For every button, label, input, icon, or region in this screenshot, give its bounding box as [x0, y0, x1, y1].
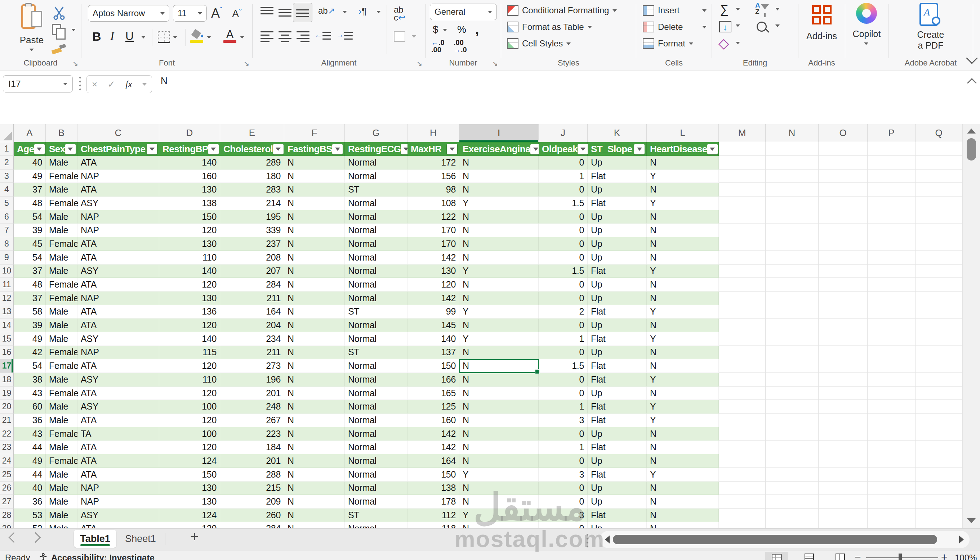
cell-H22[interactable]: 142 [408, 427, 459, 441]
cell-B5[interactable]: Female [46, 197, 77, 210]
font-size-select[interactable]: 11 [173, 5, 207, 22]
cell-I25[interactable]: Y [459, 468, 538, 482]
cell-C17[interactable]: ATA [77, 359, 159, 373]
cell-B27[interactable]: Male [46, 495, 77, 508]
sort-filter-button[interactable]: AZ [755, 2, 769, 15]
cell-J18[interactable]: 0 [538, 373, 588, 387]
cell-Q5[interactable] [915, 197, 962, 210]
cell-K28[interactable]: Flat [588, 508, 647, 522]
cell-C4[interactable]: ATA [77, 183, 159, 197]
borders-button[interactable] [158, 31, 170, 43]
cell-C9[interactable]: ATA [77, 251, 159, 265]
cell-L6[interactable]: N [647, 210, 719, 224]
cell-B18[interactable]: Male [46, 373, 77, 387]
cell-Q21[interactable] [915, 413, 962, 427]
cell-K15[interactable]: Flat [588, 332, 647, 346]
cell-C6[interactable]: NAP [77, 210, 159, 224]
fill-color-chevron-icon[interactable] [207, 36, 211, 38]
cell-A27[interactable]: 36 [14, 495, 46, 508]
cell-M4[interactable] [719, 183, 766, 197]
cell-P23[interactable] [868, 440, 915, 454]
cell-O8[interactable] [819, 237, 868, 251]
cell-F22[interactable]: N [284, 427, 345, 441]
cell-P17[interactable] [868, 359, 915, 373]
view-normal-button[interactable] [765, 552, 788, 560]
accessibility-status[interactable]: Accessibility: Investigate [51, 553, 155, 560]
cell-A28[interactable]: 53 [14, 508, 46, 522]
scrollbar-drag-handle[interactable] [587, 534, 589, 535]
cell-I11[interactable]: N [459, 278, 538, 292]
cell-G23[interactable]: Normal [345, 440, 408, 454]
cell-K5[interactable]: Flat [588, 197, 647, 210]
cell-G21[interactable]: Normal [345, 413, 408, 427]
cell-H9[interactable]: 142 [408, 251, 459, 265]
cell-A12[interactable]: 37 [14, 292, 46, 305]
decrease-font-size-button[interactable]: Aˇ [232, 8, 242, 20]
cell-L19[interactable]: N [647, 387, 719, 400]
insert-cells-button[interactable]: Insert [643, 2, 707, 19]
cell-D13[interactable]: 136 [159, 305, 220, 319]
cell-M26[interactable] [719, 482, 766, 495]
cell-K14[interactable]: Up [588, 318, 647, 332]
currency-chevron-icon[interactable] [443, 29, 447, 31]
cell-J10[interactable]: 1.5 [538, 265, 588, 278]
cell-G2[interactable]: Normal [345, 156, 408, 170]
row-header-4[interactable]: 4 [0, 183, 14, 197]
cell-N3[interactable] [766, 170, 819, 183]
cell-N11[interactable] [766, 278, 819, 292]
cell-K23[interactable]: Flat [588, 440, 647, 454]
cell-M8[interactable] [719, 237, 766, 251]
cell-G10[interactable]: Normal [345, 265, 408, 278]
header-cell-J1[interactable]: Oldpeak [538, 142, 588, 156]
zoom-slider-thumb[interactable] [898, 553, 902, 560]
cell-Q20[interactable] [915, 400, 962, 413]
cell-F27[interactable]: N [284, 495, 345, 508]
header-cell-G1[interactable]: RestingECG [345, 142, 408, 156]
header-cell-H1[interactable]: MaxHR [408, 142, 459, 156]
row-header-19[interactable]: 19 [0, 387, 14, 400]
cell-O15[interactable] [819, 332, 868, 346]
cell-F3[interactable]: N [284, 170, 345, 183]
cell-styles-button[interactable]: Cell Styles [507, 35, 571, 52]
row-header-17[interactable]: 17 [0, 359, 14, 373]
cell-A2[interactable]: 40 [14, 156, 46, 170]
cell-K29[interactable]: Up [588, 522, 647, 528]
collapse-formula-bar-icon[interactable] [967, 78, 977, 88]
cell-O5[interactable] [819, 197, 868, 210]
cell-I29[interactable]: N [459, 522, 538, 528]
tab-sheet1[interactable]: Sheet1 [119, 530, 162, 548]
cell-H18[interactable]: 166 [408, 373, 459, 387]
row-header-22[interactable]: 22 [0, 427, 14, 441]
cell-G13[interactable]: ST [345, 305, 408, 319]
cell-F7[interactable]: N [284, 223, 345, 237]
cell-K22[interactable]: Up [588, 427, 647, 441]
row-header-1[interactable]: 1 [0, 142, 14, 156]
cell-I27[interactable]: N [459, 495, 538, 508]
cell-E8[interactable]: 237 [220, 237, 284, 251]
cell-P15[interactable] [868, 332, 915, 346]
cell-N4[interactable] [766, 183, 819, 197]
cell-L18[interactable]: Y [647, 373, 719, 387]
cell-C2[interactable]: ATA [77, 156, 159, 170]
cell-J19[interactable]: 0 [538, 387, 588, 400]
font-color-button[interactable]: A [223, 28, 236, 41]
cell-H14[interactable]: 145 [408, 318, 459, 332]
cell-G17[interactable]: Normal [345, 359, 408, 373]
cell-D22[interactable]: 100 [159, 427, 220, 441]
cell-B4[interactable]: Male [46, 183, 77, 197]
cell-Q12[interactable] [915, 292, 962, 305]
cell-C23[interactable]: ATA [77, 440, 159, 454]
cell-H28[interactable]: 112 [408, 508, 459, 522]
zoom-level[interactable]: 100% [955, 553, 977, 560]
row-header-6[interactable]: 6 [0, 210, 14, 224]
cell-H23[interactable]: 142 [408, 440, 459, 454]
cell-L15[interactable]: Y [647, 332, 719, 346]
cell-Q11[interactable] [915, 278, 962, 292]
cell-N5[interactable] [766, 197, 819, 210]
cell-M23[interactable] [719, 440, 766, 454]
cell-N18[interactable] [766, 373, 819, 387]
cell-F18[interactable]: N [284, 373, 345, 387]
cell-L28[interactable]: N [647, 508, 719, 522]
cell-N1[interactable] [766, 142, 819, 156]
cell-E28[interactable]: 260 [220, 508, 284, 522]
